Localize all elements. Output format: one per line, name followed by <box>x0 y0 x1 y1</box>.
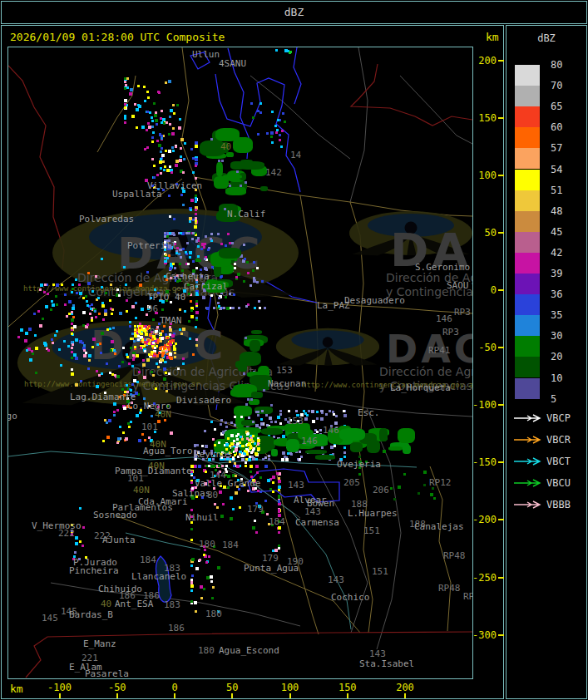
y-axis-tick <box>498 347 504 348</box>
place-label: Pincheira <box>69 566 119 575</box>
place-label: 143 <box>328 575 344 584</box>
colorbar-level-label: 39 <box>551 269 562 279</box>
place-label: Cacheuta <box>166 272 210 281</box>
colorbar-swatch <box>515 232 540 253</box>
place-label: S.Geronimo <box>415 263 470 272</box>
colorbar-swatch <box>515 211 540 232</box>
place-label: 180 <box>205 609 222 619</box>
x-axis-tick <box>231 693 233 698</box>
place-label: AJunta <box>102 535 136 545</box>
title-bar: dBZ <box>1 1 587 24</box>
x-axis-tick <box>59 693 61 698</box>
colorbar-level-label: 45 <box>551 227 562 237</box>
y-axis-tick-label: 50 <box>485 228 497 238</box>
place-label: 4SANU <box>219 59 246 68</box>
status-row: 2026/01/09 01:28:00 UTC Composite km <box>3 27 502 47</box>
colorbar-swatch <box>515 315 540 336</box>
place-label: Carmensa <box>295 518 339 527</box>
place-label: Punta_Agua <box>244 564 299 573</box>
colorbar-swatch <box>515 274 540 294</box>
place-label: 96 <box>147 304 158 313</box>
y-axis: 200150100500-50-100-150-200-250-300 <box>473 47 504 679</box>
place-label: 80 <box>207 490 218 500</box>
place-label: 206 <box>373 486 389 495</box>
legend-item: VBBB <box>514 499 571 510</box>
legend-item: VBCT <box>514 456 571 467</box>
colorbar-level-label: 70 <box>551 81 562 91</box>
legend-item: VBCP <box>514 412 571 424</box>
place-label: Desaguadero <box>344 296 405 305</box>
place-label: 184 <box>140 555 156 564</box>
x-axis-tick-label: 200 <box>396 682 414 693</box>
place-label: 146 <box>436 314 452 323</box>
legend-item-label: VBCP <box>546 412 571 424</box>
y-axis-tick-label: 0 <box>491 285 497 295</box>
place-label: Ant_ESA <box>115 599 153 609</box>
y-axis-tick <box>498 232 504 234</box>
place-label: 179 <box>262 554 279 563</box>
place-label: 186 <box>168 624 185 633</box>
place-label: La_Horqueta <box>390 383 451 392</box>
y-axis-tick <box>498 404 504 406</box>
colorbar-level-label: 65 <box>551 101 562 111</box>
place-label: Uspallata <box>112 190 162 199</box>
place-label: 142 <box>265 168 282 177</box>
legend-item-label: VBCT <box>546 456 571 467</box>
x-axis-tick-label: -50 <box>108 682 126 693</box>
place-label: TPIO 40 <box>147 293 185 302</box>
colorbar-level-label: 30 <box>551 331 562 341</box>
place-label: 92 <box>150 328 161 337</box>
x-axis-tick <box>404 693 406 698</box>
place-label: Cochico <box>331 593 369 602</box>
place-label: Nacunan <box>268 379 306 388</box>
colorbar-level-label: 60 <box>551 122 562 132</box>
place-label: Reyunos <box>194 450 232 459</box>
colorbar-swatch <box>515 127 540 148</box>
place-label: RP12 <box>429 478 452 487</box>
place-label: 222 <box>58 529 75 538</box>
x-axis-tick-label: -100 <box>47 682 72 693</box>
x-axis-tick <box>174 693 175 698</box>
place-label: Nihuil <box>185 513 219 522</box>
colorbar-swatch <box>515 86 540 106</box>
y-axis-tick <box>498 577 504 579</box>
place-label: 40N <box>155 410 171 419</box>
colorbar-swatch <box>515 253 540 274</box>
legend-arrow-icon <box>514 458 540 465</box>
place-label: Ovejeria <box>337 460 381 469</box>
legend-item: VBCU <box>514 477 571 489</box>
y-axis-tick <box>498 461 504 463</box>
y-axis-tick <box>498 117 504 119</box>
y-axis-tick-label: 100 <box>478 170 497 180</box>
place-label: Bardas_B <box>69 610 113 619</box>
y-axis-tick-label: 200 <box>478 56 497 66</box>
colorbar-level-label: 36 <box>551 289 562 299</box>
legend-item: VBCR <box>514 434 571 446</box>
y-axis-tick-label: -50 <box>478 343 497 352</box>
colorbar-swatch <box>515 106 540 127</box>
y-axis-tick-label: -100 <box>472 400 497 410</box>
colorbar-swatch <box>515 336 540 357</box>
colorbar-level-label: 20 <box>551 352 562 362</box>
place-label: 153 <box>287 417 304 426</box>
place-label: 145 <box>42 614 58 623</box>
place-label: ago <box>7 412 17 421</box>
colorbar-level-label: 42 <box>551 248 562 258</box>
place-label: TMAN <box>160 316 182 325</box>
y-axis-tick <box>498 519 504 520</box>
x-axis-tick-label: 0 <box>171 682 177 693</box>
colorbar-swatch <box>515 190 540 211</box>
place-label: 146 <box>301 436 318 446</box>
radar-map-canvas: DACCDACCDACCDACCDirección de Agricultura… <box>7 47 473 679</box>
x-axis-tick-label: 50 <box>226 682 238 693</box>
colorbar-swatch <box>515 148 540 169</box>
y-axis-tick <box>498 175 504 176</box>
place-label: Llancanelo <box>131 572 186 581</box>
legend-arrow-icon <box>514 480 540 486</box>
place-label: N.Calif <box>227 210 265 219</box>
place-label: 14 <box>290 150 301 160</box>
place-label: 205 <box>343 478 360 487</box>
place-label: Sta.Isabel <box>359 659 414 668</box>
place-label: RP48 <box>438 584 461 593</box>
colorbar-swatch <box>515 378 540 399</box>
